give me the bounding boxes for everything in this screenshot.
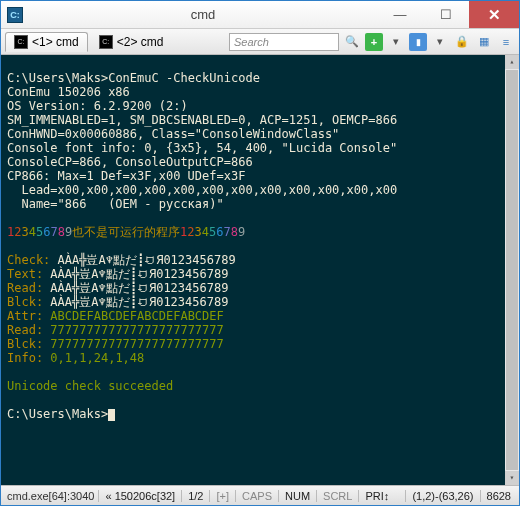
scroll-thumb[interactable]	[506, 70, 518, 470]
dropdown-icon[interactable]: ▾	[431, 33, 449, 51]
status-num: NUM	[278, 490, 316, 502]
menu-icon[interactable]: ≡	[497, 33, 515, 51]
cmd-icon: C:	[99, 35, 113, 49]
tab-2[interactable]: C: <2> cmd	[90, 32, 173, 52]
prompt: C:\Users\Maks>	[7, 407, 108, 421]
status-page: 1/2	[181, 490, 209, 502]
status-plus[interactable]: [+]	[209, 490, 235, 502]
tab-1[interactable]: C: <1> cmd	[5, 32, 88, 52]
scroll-down-icon[interactable]: ▾	[505, 471, 519, 485]
close-button[interactable]: ✕	[469, 1, 519, 28]
titlebar: C: cmd — ☐ ✕	[1, 1, 519, 29]
status-scrl: SCRL	[316, 490, 358, 502]
cursor	[108, 409, 115, 421]
status-coords: (1,2)-(63,26)	[405, 490, 479, 502]
split-button[interactable]: ▮	[409, 33, 427, 51]
search-icon[interactable]: 🔍	[343, 33, 361, 51]
window-title: cmd	[29, 7, 377, 22]
status-bar: cmd.exe[64]:3040 « 150206c[32] 1/2 [+] C…	[1, 485, 519, 505]
status-build: « 150206c[32]	[98, 490, 181, 502]
success-message: Unicode check succeeded	[7, 379, 173, 393]
dropdown-icon[interactable]: ▾	[387, 33, 405, 51]
status-chars: 8628	[480, 490, 517, 502]
grid-icon[interactable]: ▦	[475, 33, 493, 51]
scrollbar[interactable]: ▴ ▾	[505, 55, 519, 485]
rainbow-line: 123456789也不是可运行的程序123456789	[7, 225, 245, 239]
status-process: cmd.exe[64]:3040	[3, 490, 98, 502]
prompt: C:\Users\Maks>	[7, 71, 108, 85]
maximize-button[interactable]: ☐	[423, 1, 469, 28]
scroll-up-icon[interactable]: ▴	[505, 55, 519, 69]
tab-bar: C: <1> cmd C: <2> cmd Search 🔍 + ▾ ▮ ▾ 🔒…	[1, 29, 519, 55]
app-icon: C:	[7, 7, 23, 23]
lock-icon[interactable]: 🔒	[453, 33, 471, 51]
new-console-button[interactable]: +	[365, 33, 383, 51]
status-caps: CAPS	[235, 490, 278, 502]
cmd-icon: C:	[14, 35, 28, 49]
search-input[interactable]: Search	[229, 33, 339, 51]
tab-label: <1> cmd	[32, 35, 79, 49]
console-output[interactable]: C:\Users\Maks>ConEmuC -CheckUnicode ConE…	[1, 55, 519, 485]
minimize-button[interactable]: —	[377, 1, 423, 28]
status-pri: PRI↕	[358, 490, 395, 502]
tab-label: <2> cmd	[117, 35, 164, 49]
